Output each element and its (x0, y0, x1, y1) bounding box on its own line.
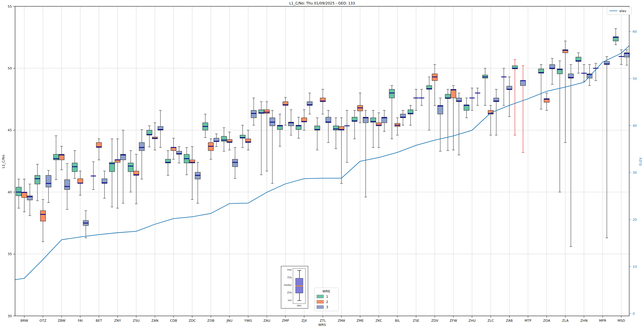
x-tick-ZDC: ZDC (189, 319, 196, 323)
boxplot-BRW-wre3 (27, 184, 32, 216)
x-tick-ZNY: ZNY (114, 319, 121, 323)
y-axis-label-right: ELEV (638, 151, 642, 172)
boxplot-OTZ-wre1 (35, 164, 40, 201)
boxplot-ZTL-wre1 (315, 118, 320, 150)
boxplot-CDB-wre3 (176, 147, 182, 163)
boxplot-ZHN-wre2 (581, 64, 587, 81)
x-axis-ticks: BRWOTZZBWFAIBETZNYZSUZANCDBZDCZOBJNUYWGZ… (20, 316, 625, 323)
boxplot-ZLA-wre1 (557, 61, 562, 192)
x-tick-ZMP: ZMP (282, 319, 289, 323)
boxplot-ZKC-wre3 (382, 110, 387, 132)
boxplot-ZHU-wre1 (464, 98, 469, 118)
x-tick-BRW: BRW (20, 319, 28, 323)
boxplot-FAI-wre1 (72, 151, 77, 178)
boxplot-ZNY-wre1 (109, 139, 115, 207)
x-tick-ZHN: ZHN (580, 319, 587, 323)
boxplot-BIL-wre2 (395, 118, 400, 135)
boxplot-FAI-wre3 (83, 211, 88, 238)
boxplot-ZAB-wre1 (501, 68, 506, 105)
boxplot-ZSE-wre1 (408, 105, 413, 125)
svg-text:0: 0 (633, 312, 635, 316)
elev-line-icon (609, 11, 617, 11)
svg-text:45: 45 (8, 128, 12, 132)
boxplot-ZOA-wre3 (549, 58, 555, 84)
boxplot-ZAU-wre1 (259, 102, 264, 175)
x-tick-ZOB: ZOB (207, 319, 214, 323)
boxplot-ZAN-wre3 (158, 110, 163, 148)
boxplot-ZJX-wre3 (307, 93, 312, 114)
boxplot-ZHU-wre2 (469, 88, 475, 110)
x-tick-YWG: YWG (244, 319, 252, 323)
x-axis-label: WRS (15, 323, 629, 327)
x-tick-BET: BET (96, 319, 102, 323)
wre-3-label: 3 (326, 305, 328, 309)
boxplot-chart: 3035404550550102030405060BRWOTZZBWFAIBET… (0, 0, 644, 327)
boxplot-ZBW-wre1 (53, 136, 59, 180)
x-tick-ZSU: ZSU (133, 319, 140, 323)
boxplot-ZJX-wre2 (302, 110, 307, 130)
svg-text:30: 30 (8, 314, 12, 318)
boxplot-ZFW-wre2 (451, 86, 456, 150)
elev-line (15, 46, 629, 280)
boxplot-ZOB-wre1 (203, 114, 208, 138)
svg-text:50: 50 (633, 77, 637, 81)
boxplot-ZAU-wre2 (264, 102, 270, 171)
x-tick-MSD: MSD (618, 319, 625, 323)
boxplot-ZAN-wre2 (152, 123, 158, 150)
inset-label-min: min (281, 299, 292, 302)
x-tick-ZHU: ZHU (468, 319, 476, 323)
x-tick-ZOA: ZOA (543, 319, 550, 323)
boxplot-ZLA-wre2 (563, 41, 568, 142)
legend-wre: WRE 123 (314, 288, 339, 311)
boxplot-ZMP-wre2 (283, 97, 288, 125)
boxplot-MPR-wre3 (604, 57, 609, 238)
boxplot-ZAB-wre3 (507, 77, 512, 116)
legend-wre-item-2: 2 (317, 300, 336, 304)
wre-1-label: 1 (326, 295, 328, 298)
boxplot-ZMA-wre2 (339, 118, 344, 183)
x-tick-OTZ: OTZ (40, 319, 46, 323)
x-tick-ZAN: ZAN (151, 319, 158, 323)
x-tick-ZBW: ZBW (58, 319, 65, 323)
wre-1-swatch (317, 295, 324, 298)
boxplot-JNU-wre1 (221, 128, 227, 151)
x-tick-ZJX: ZJX (301, 319, 307, 323)
wre-3-swatch (317, 305, 324, 309)
boxplot-OTZ-wre3 (46, 170, 51, 203)
boxplot-MTP-wre3 (520, 66, 526, 152)
svg-text:30: 30 (633, 171, 637, 175)
legend-elev: elev (607, 7, 632, 15)
x-tick-ZKC: ZKC (375, 319, 382, 323)
boxplot-YWG-wre3 (251, 98, 256, 125)
boxplot-ZME-wre3 (363, 110, 368, 197)
boxplot-ZME-wre2 (358, 93, 363, 123)
boxplot-BIL-wre3 (400, 110, 406, 125)
boxplot-ZLC-wre2 (488, 105, 493, 135)
x-tick-ZME: ZME (356, 319, 364, 323)
boxplot-ZDV-wre2 (432, 64, 437, 105)
svg-text:40: 40 (633, 124, 637, 128)
legend-wre-title: WRE (317, 289, 336, 293)
boxplot-BRW-wre2 (22, 179, 27, 212)
inset-cap-max (297, 270, 301, 271)
x-tick-ZFW: ZFW (450, 319, 457, 323)
x-tick-MPR: MPR (599, 319, 606, 323)
inset-axes (293, 268, 305, 304)
legend-wre-item-1: 1 (317, 295, 336, 298)
boxplot-ZDC-wre1 (184, 147, 189, 175)
chart-title: L1_C/No: Thu 01/09/2025 - GEO: 133 (15, 1, 629, 5)
x-tick-FAI: FAI (78, 319, 83, 323)
boxplot-ZTL-wre3 (326, 110, 331, 143)
inset-label-25: 25% (281, 292, 292, 294)
boxplot-ZBW-wre3 (64, 164, 70, 209)
boxplot-ZKC-wre1 (370, 110, 376, 148)
boxplot-ZDC-wre3 (195, 162, 200, 203)
boxplot-ZHN-wre3 (587, 64, 592, 86)
wre-2-swatch (317, 300, 324, 303)
boxplot-ZMP-wre3 (288, 110, 294, 135)
x-tick-BIL: BIL (395, 319, 400, 323)
y-axis-label-left: L1_C/No (1, 151, 5, 172)
x-tick-ZAB: ZAB (506, 319, 513, 323)
inset-xlabel: WRS (293, 305, 305, 307)
inset-cap-min (297, 300, 301, 301)
